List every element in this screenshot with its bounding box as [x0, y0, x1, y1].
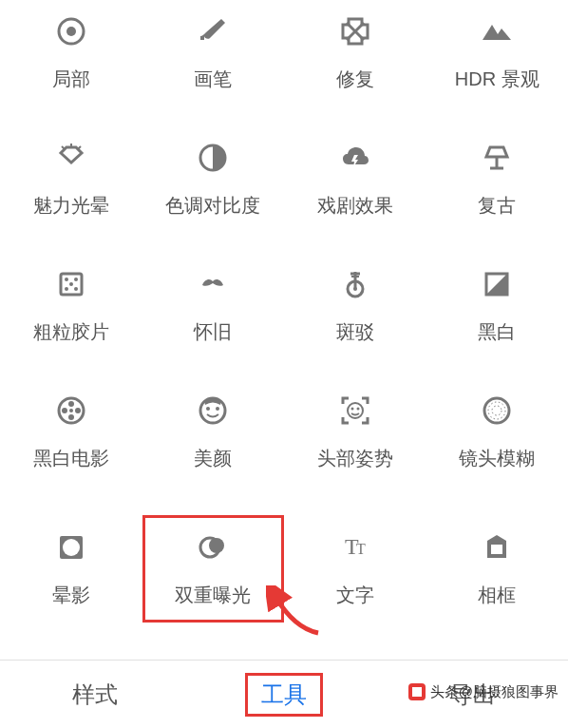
tool-label: 双重曝光 — [175, 583, 251, 608]
tool-drama[interactable]: 戏剧效果 — [284, 136, 426, 222]
diamond-icon — [53, 140, 89, 176]
tool-label: 相框 — [478, 583, 516, 608]
tool-vintage[interactable]: 复古 — [426, 136, 569, 222]
tool-bw[interactable]: 黑白 — [426, 262, 569, 349]
tool-noir[interactable]: 黑白电影 — [0, 389, 142, 475]
tool-retrolux[interactable]: 怀旧 — [142, 262, 285, 349]
tool-label: 局部 — [52, 67, 90, 92]
tool-label: 晕影 — [52, 583, 90, 608]
watermark-prefix: 头条 — [430, 683, 459, 701]
tool-label: 画笔 — [194, 67, 232, 92]
halfcircle-icon — [195, 140, 231, 176]
face-icon — [195, 393, 231, 429]
watermark-icon — [407, 682, 426, 701]
tool-label: 戏剧效果 — [317, 193, 393, 219]
tool-tonal[interactable]: 色调对比度 — [142, 136, 285, 222]
watermark: 头条 @脑摄狼图事界 — [407, 682, 559, 701]
tool-hdr[interactable]: HDR 景观 — [426, 10, 569, 96]
watermark-account: @脑摄狼图事界 — [459, 683, 559, 701]
tool-headpose[interactable]: 头部姿势 — [284, 389, 426, 475]
tab-style-label: 样式 — [72, 680, 118, 710]
mountains-icon — [479, 13, 515, 49]
tool-label: 魅力光晕 — [33, 193, 109, 219]
tool-label: HDR 景观 — [455, 67, 540, 92]
tools-grid: 局部画笔修复HDR 景观魅力光晕色调对比度戏剧效果复古粗粒胶片怀旧斑驳黑白黑白电… — [0, 0, 568, 623]
brush-icon — [195, 13, 231, 49]
tab-style[interactable]: 样式 — [0, 661, 189, 728]
tool-label: 修复 — [336, 67, 374, 92]
svg-rect-46 — [412, 687, 422, 697]
vignette-icon — [53, 529, 89, 565]
cloud-icon — [337, 140, 373, 176]
tool-healing[interactable]: 修复 — [284, 10, 426, 96]
tool-text[interactable]: 文字 — [284, 515, 426, 623]
tool-label: 镜头模糊 — [459, 446, 535, 471]
tool-lensblur[interactable]: 镜头模糊 — [426, 389, 569, 475]
tab-tools-label: 工具 — [245, 673, 323, 717]
text-icon — [337, 529, 373, 565]
facefocus-icon — [337, 393, 373, 429]
film-icon — [53, 266, 89, 302]
tool-label: 怀旧 — [194, 319, 232, 345]
blur-icon — [479, 393, 515, 429]
tool-portrait[interactable]: 美颜 — [142, 389, 285, 475]
tool-label: 复古 — [478, 193, 516, 219]
tab-tools[interactable]: 工具 — [189, 661, 378, 728]
frame-icon — [479, 529, 515, 565]
tool-glamour[interactable]: 魅力光晕 — [0, 136, 142, 222]
tool-vignette[interactable]: 晕影 — [0, 515, 142, 623]
lamp-icon — [479, 140, 515, 176]
tool-selective[interactable]: 局部 — [0, 10, 142, 96]
tool-label: 黑白电影 — [33, 446, 109, 471]
mustache-icon — [195, 266, 231, 302]
tool-frames[interactable]: 相框 — [426, 515, 569, 623]
tool-grainy[interactable]: 粗粒胶片 — [0, 262, 142, 349]
double-icon — [195, 529, 231, 565]
tool-label: 粗粒胶片 — [33, 319, 109, 345]
healing-icon — [337, 13, 373, 49]
tool-grunge[interactable]: 斑驳 — [284, 262, 426, 349]
reel-icon — [53, 393, 89, 429]
tool-label: 头部姿势 — [317, 446, 393, 471]
tool-label: 文字 — [336, 583, 374, 608]
tool-label: 美颜 — [194, 446, 232, 471]
guitar-icon — [337, 266, 373, 302]
tool-label: 黑白 — [478, 319, 516, 345]
bwsplit-icon — [479, 266, 515, 302]
tool-label: 色调对比度 — [165, 193, 260, 219]
selective-icon — [53, 13, 89, 49]
tool-brush[interactable]: 画笔 — [142, 10, 285, 96]
tool-doubleexposure[interactable]: 双重曝光 — [142, 515, 285, 623]
tool-label: 斑驳 — [336, 319, 374, 345]
